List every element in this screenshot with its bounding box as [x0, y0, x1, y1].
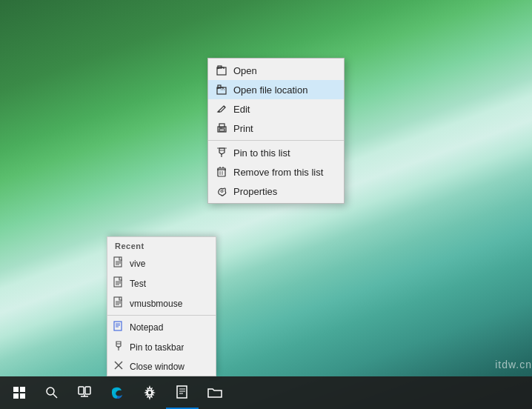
context-menu: Open Open file location Edit [207, 58, 345, 204]
properties-icon [216, 185, 227, 197]
test-label: Test [130, 279, 146, 289]
start-button[interactable] [3, 376, 36, 409]
search-button[interactable] [36, 376, 68, 409]
open-file-location-label: Open file location [233, 84, 307, 96]
pin-to-list-item[interactable]: Pin to this list [208, 143, 344, 162]
file-explorer-button[interactable] [199, 376, 231, 409]
print-item[interactable]: Print [208, 119, 344, 138]
pin-to-list-label: Pin to this list [233, 147, 290, 159]
ctx-separator-1 [208, 140, 344, 141]
svg-point-45 [47, 388, 54, 395]
notepad-action[interactable]: Notepad [107, 317, 216, 337]
vive-item[interactable]: vive [107, 253, 216, 273]
edit-icon [216, 103, 227, 115]
remove-icon [216, 166, 227, 178]
svg-rect-23 [218, 85, 221, 88]
svg-rect-41 [13, 387, 19, 392]
svg-rect-48 [85, 387, 90, 394]
open-location-icon [216, 84, 227, 96]
edit-label: Edit [233, 104, 250, 115]
task-view-button[interactable] [68, 376, 101, 409]
test-item[interactable]: Test [107, 273, 216, 293]
properties-item[interactable]: Properties [208, 182, 344, 201]
doc-icon [113, 256, 125, 270]
svg-rect-47 [79, 387, 84, 394]
jump-separator-1 [107, 315, 216, 316]
taskbar [0, 376, 532, 409]
watermark-text: itdw.cn [495, 359, 532, 370]
doc-icon-3 [113, 296, 125, 310]
vmusbmouse-label: vmusbmouse [130, 299, 182, 309]
edit-item[interactable]: Edit [208, 99, 344, 119]
svg-rect-44 [20, 393, 25, 399]
open-item[interactable]: Open [208, 61, 344, 80]
svg-line-46 [53, 394, 57, 398]
pin-to-list-icon [216, 147, 227, 159]
open-label: Open [233, 65, 257, 76]
jump-list-header: Recent [107, 237, 216, 253]
svg-rect-29 [219, 129, 225, 131]
open-icon [216, 64, 227, 76]
close-window-action[interactable]: Close window [107, 357, 216, 376]
doc-icon-2 [113, 276, 125, 290]
print-label: Print [233, 123, 253, 134]
svg-rect-42 [20, 387, 25, 392]
svg-rect-52 [177, 386, 187, 398]
jump-list-panel: Recent vive Test [107, 236, 216, 376]
svg-line-26 [224, 106, 225, 107]
settings-button[interactable] [133, 376, 166, 409]
pin-taskbar-label: Pin to taskbar [130, 342, 184, 353]
svg-point-40 [221, 190, 223, 193]
pin-icon [113, 340, 125, 354]
pin-taskbar-action[interactable]: Pin to taskbar [107, 337, 216, 357]
notepad-action-label: Notepad [130, 322, 163, 333]
close-icon [113, 360, 125, 373]
vive-label: vive [130, 259, 145, 269]
remove-from-list-item[interactable]: Remove from this list [208, 162, 344, 182]
svg-rect-43 [13, 393, 19, 399]
notepad-taskbar-button[interactable] [166, 376, 199, 409]
print-icon [216, 122, 227, 134]
remove-from-list-label: Remove from this list [233, 167, 323, 178]
properties-label: Properties [233, 186, 277, 197]
notepad-icon [113, 320, 125, 334]
vmusbmouse-item[interactable]: vmusbmouse [107, 293, 216, 313]
svg-rect-12 [114, 322, 122, 330]
open-file-location-item[interactable]: Open file location [208, 80, 344, 99]
svg-point-51 [147, 390, 152, 395]
close-window-label: Close window [130, 362, 184, 372]
edge-button[interactable] [101, 376, 133, 409]
